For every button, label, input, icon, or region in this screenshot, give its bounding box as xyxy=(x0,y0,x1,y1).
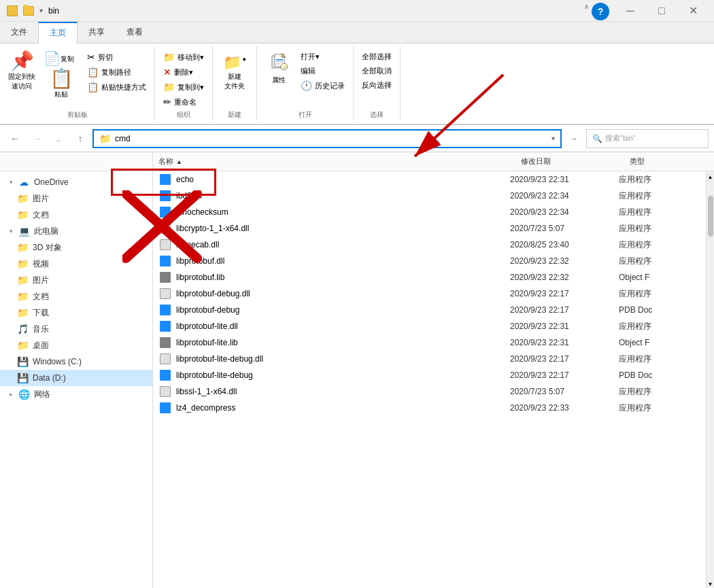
file-list-item[interactable]: ibd2sdi 2020/9/23 22:34 应用程序 xyxy=(153,188,706,204)
new-buttons: 📁✦ 新建文件夹 xyxy=(218,48,251,109)
file-type: 应用程序 xyxy=(619,207,700,218)
file-name: lz4_decompress xyxy=(176,403,510,413)
select-all-button[interactable]: 全部选择 xyxy=(359,50,394,63)
forward-button[interactable]: → xyxy=(27,129,46,148)
properties-icon: ✓ xyxy=(269,52,288,74)
scrollbar-down-btn[interactable]: ▼ xyxy=(707,578,714,588)
properties-button[interactable]: ✓ 属性 xyxy=(262,50,295,86)
new-folder-icon: 📁✦ xyxy=(223,52,247,71)
file-type: 应用程序 xyxy=(619,174,700,186)
file-icon xyxy=(158,352,172,366)
move-to-button[interactable]: 📁 移动到▾ xyxy=(160,50,207,64)
sidebar-item-thispc[interactable]: ▾ 💻 此电脑 xyxy=(0,223,152,239)
clipboard-group: 📌 固定到快速访问 📄 复制 📋 粘贴 xyxy=(0,46,155,121)
address-dropdown-arrow[interactable]: ▾ xyxy=(551,135,555,142)
file-name: libprotobuf-lite-debug.dll xyxy=(176,354,510,364)
sidebar-item-drive-c[interactable]: 💾 Windows (C:) xyxy=(0,353,152,370)
up-button[interactable]: ↑ xyxy=(71,129,90,148)
copy-label: 复制 xyxy=(61,54,74,64)
file-list-item[interactable]: libprotobuf-debug.dll 2020/9/23 22:17 应用… xyxy=(153,286,706,302)
sidebar-item-3dobjects[interactable]: 📁 3D 对象 xyxy=(0,239,152,256)
ribbon-collapse-btn[interactable]: ∧ xyxy=(584,3,589,10)
sidebar-item-onedrive[interactable]: ▾ ☁ OneDrive xyxy=(0,174,152,190)
tab-share[interactable]: 共享 xyxy=(78,22,116,43)
title-bar: ▾ bin ∧ ? ─ □ ✕ xyxy=(0,0,714,22)
paste-shortcut-label: 粘贴快捷方式 xyxy=(101,82,146,92)
paste-button[interactable]: 📋 粘贴 xyxy=(41,68,82,97)
invert-selection-button[interactable]: 反向选择 xyxy=(359,79,394,92)
file-list-item[interactable]: libssl-1_1-x64.dll 2020/7/23 5:07 应用程序 xyxy=(153,383,706,400)
rename-button[interactable]: ✏ 重命名 xyxy=(160,95,207,109)
file-list-item[interactable]: libprotobuf-lite-debug 2020/9/23 22:17 P… xyxy=(153,367,706,383)
sidebar-item-pictures2[interactable]: 📁 图片 xyxy=(0,272,152,288)
file-list-item[interactable]: libprotobuf.dll 2020/9/23 22:32 应用程序 xyxy=(153,253,706,269)
back-button[interactable]: ← xyxy=(5,129,24,148)
copy-to-button[interactable]: 📁 复制到▾ xyxy=(160,80,207,94)
open-group: ✓ 属性 打开▾ 编辑 🕐 历史 xyxy=(257,46,354,121)
pictures2-label: 图片 xyxy=(33,275,49,286)
close-button[interactable]: ✕ xyxy=(677,0,709,22)
edit-button[interactable]: 编辑 xyxy=(298,65,347,77)
search-placeholder: 搜索"bin" xyxy=(605,133,636,143)
sidebar-item-drive-d[interactable]: 💾 Data (D:) xyxy=(0,370,152,386)
drive-c-label: Windows (C:) xyxy=(33,357,82,366)
new-folder-button[interactable]: 📁✦ 新建文件夹 xyxy=(218,50,251,92)
deselect-all-button[interactable]: 全部取消 xyxy=(359,65,394,77)
sidebar-item-documents1[interactable]: 📁 文档 xyxy=(0,207,152,223)
select-group: 全部选择 全部取消 反向选择 选择 xyxy=(354,46,401,121)
file-list-item[interactable]: libcrypto-1_1-x64.dll 2020/7/23 5:07 应用程… xyxy=(153,220,706,237)
col-header-date[interactable]: 修改日期 xyxy=(515,152,624,171)
file-list-item[interactable]: innochecksum 2020/9/23 22:34 应用程序 xyxy=(153,204,706,220)
file-list-item[interactable]: libprotobuf-lite.dll 2020/9/23 22:31 应用程… xyxy=(153,318,706,334)
history-button[interactable]: 🕐 历史记录 xyxy=(298,79,347,92)
recent-locations-button[interactable]: ⌄ xyxy=(49,129,68,148)
col-header-name[interactable]: 名称 ▲ xyxy=(153,152,515,171)
search-box[interactable]: 🔍 搜索"bin" xyxy=(586,129,709,148)
file-type: 应用程序 xyxy=(619,353,700,365)
delete-button[interactable]: ✕ 删除▾ xyxy=(160,65,207,79)
file-type: 应用程序 xyxy=(619,288,700,300)
file-list-item[interactable]: lz4_decompress 2020/9/23 22:33 应用程序 xyxy=(153,400,706,416)
copy-path-button[interactable]: 📋 复制路径 xyxy=(84,65,149,79)
pictures2-icon: 📁 xyxy=(16,275,29,286)
address-go-button[interactable]: → xyxy=(564,129,583,148)
title-dropdown[interactable]: ▾ xyxy=(39,7,43,14)
app-window: ▾ bin ∧ ? ─ □ ✕ 文件 主页 共享 查看 📌 固定到快速访问 xyxy=(0,0,714,588)
onedrive-label: OneDrive xyxy=(34,177,69,187)
cut-button[interactable]: ✂ 剪切 xyxy=(84,50,149,64)
file-list-item[interactable]: echo 2020/9/23 22:31 应用程序 xyxy=(153,171,706,188)
open-label: 打开▾ xyxy=(301,52,320,62)
rename-icon: ✏ xyxy=(163,97,171,107)
folder-pictures1-icon: 📁 xyxy=(16,193,29,204)
file-list-item[interactable]: libprotobuf-lite-debug.dll 2020/9/23 22:… xyxy=(153,351,706,367)
scrollbar-thumb[interactable] xyxy=(708,196,713,237)
tab-file[interactable]: 文件 xyxy=(0,22,38,43)
sidebar-item-documents2[interactable]: 📁 文档 xyxy=(0,288,152,305)
tab-view[interactable]: 查看 xyxy=(116,22,154,43)
file-name: libprotobuf.dll xyxy=(176,256,510,266)
sidebar-item-desktop[interactable]: 📁 桌面 xyxy=(0,337,152,353)
col-header-type[interactable]: 类型 xyxy=(624,152,706,171)
pin-to-quick-access-button[interactable]: 📌 固定到快速访问 xyxy=(5,50,38,92)
paste-shortcut-button[interactable]: 📋 粘贴快捷方式 xyxy=(84,80,149,94)
videos-icon: 📁 xyxy=(16,258,29,269)
copy-button[interactable]: 📄 复制 xyxy=(41,50,82,67)
sidebar-item-music[interactable]: 🎵 音乐 xyxy=(0,321,152,337)
sidebar-item-downloads[interactable]: 📁 下载 xyxy=(0,305,152,321)
open-button[interactable]: 打开▾ xyxy=(298,50,347,63)
file-list-item[interactable]: libprotobuf-debug 2020/9/23 22:17 PDB Do… xyxy=(153,302,706,318)
scrollbar-up-btn[interactable]: ▲ xyxy=(707,171,714,182)
file-list-item[interactable]: libmecab.dll 2020/8/25 23:40 应用程序 xyxy=(153,237,706,253)
maximize-button[interactable]: □ xyxy=(646,0,677,22)
sidebar-item-network[interactable]: ▸ 🌐 网络 xyxy=(0,386,152,402)
minimize-button[interactable]: ─ xyxy=(615,0,646,22)
computer-icon: 💻 xyxy=(18,226,30,237)
sidebar-item-videos[interactable]: 📁 视频 xyxy=(0,256,152,272)
right-scrollbar[interactable]: ▲ ▼ xyxy=(706,171,714,588)
file-list-item[interactable]: libprotobuf-lite.lib 2020/9/23 22:31 Obj… xyxy=(153,334,706,351)
help-button[interactable]: ? xyxy=(592,3,609,20)
address-input[interactable]: 📁 cmd ▾ xyxy=(92,129,562,148)
tab-home[interactable]: 主页 xyxy=(38,22,78,44)
file-list-item[interactable]: libprotobuf.lib 2020/9/23 22:32 Object F xyxy=(153,269,706,286)
sidebar-item-pictures1[interactable]: 📁 图片 xyxy=(0,190,152,207)
